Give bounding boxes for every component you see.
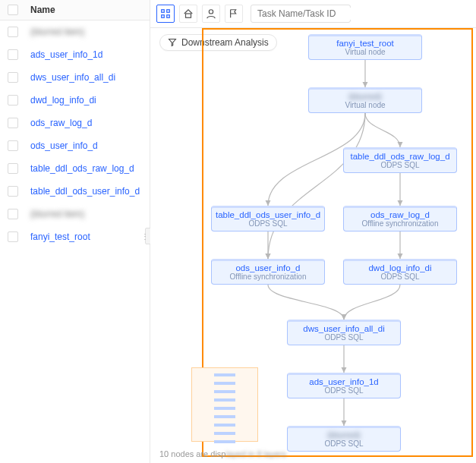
node-title: ods_raw_log_d [344,208,456,219]
search-box[interactable] [251,5,351,23]
row-checkbox[interactable] [8,186,18,197]
row-checkbox[interactable] [8,27,18,37]
dag-node[interactable]: table_ddl_ods_raw_log_dODPS SQL [343,147,457,173]
sidebar-item[interactable]: (blurred item) [0,20,150,43]
grid-view-button[interactable] [156,5,175,23]
task-name: ads_user_info_1d [30,49,102,60]
node-subtitle: ODPS SQL [288,333,400,345]
sidebar-item[interactable]: fanyi_test_root [0,225,150,248]
home-icon [183,8,194,19]
svg-point-5 [209,10,213,14]
node-subtitle: ODPS SQL [344,272,456,284]
task-link[interactable]: fanyi_test_root [30,232,90,242]
dag-node[interactable]: ods_raw_log_dOffline synchronization [343,206,457,232]
node-title: dws_user_info_all_di [288,322,400,333]
task-link[interactable]: (blurred item) [30,209,84,219]
search-input[interactable] [256,8,373,20]
node-subtitle: Virtual node [309,48,421,59]
sidebar: Name (blurred item)ads_user_info_1ddws_u… [0,0,150,463]
task-link[interactable]: dws_user_info_all_di [30,72,115,83]
node-title: (blurred) [288,428,400,439]
row-checkbox[interactable] [8,232,18,242]
sidebar-item[interactable]: dws_user_info_all_di [0,66,150,89]
dag-node[interactable]: (blurred)Virtual node [308,87,422,113]
row-checkbox[interactable] [8,72,18,83]
node-subtitle: ODPS SQL [344,161,456,172]
sidebar-item[interactable]: table_ddl_ods_user_info_d [0,180,150,203]
dag-edge [268,113,365,259]
task-name: table_ddl_ods_raw_log_d [30,163,134,174]
row-checkbox[interactable] [8,209,18,219]
flag-button[interactable] [225,5,243,23]
funnel-icon [168,38,177,47]
node-title: ads_user_info_1d [288,375,400,386]
task-link[interactable]: table_ddl_ods_user_info_d [30,186,140,197]
svg-rect-1 [167,10,170,13]
sidebar-header-title: Name [30,5,55,15]
task-link[interactable]: ods_user_info_d [30,140,98,151]
row-checkbox[interactable] [8,118,18,128]
node-title: table_ddl_ods_user_info_d [212,208,324,219]
dag-node[interactable]: table_ddl_ods_user_info_dODPS SQL [211,206,325,232]
node-subtitle: ODPS SQL [288,439,400,451]
task-name: table_ddl_ods_user_info_d [30,186,140,197]
sidebar-item[interactable]: (blurred item) [0,203,150,225]
svg-rect-2 [162,15,165,18]
svg-rect-0 [162,10,165,13]
user-icon [206,8,216,19]
main: Downstream Analysis fanyi_test_rootVirtu… [150,0,476,463]
node-subtitle: ODPS SQL [288,386,400,398]
svg-rect-3 [167,15,170,18]
row-checkbox[interactable] [8,163,18,174]
node-title: dwd_log_info_di [344,261,456,272]
node-title: (blurred) [309,90,421,101]
row-checkbox[interactable] [8,95,18,106]
minimap[interactable] [159,367,258,442]
task-name: ods_raw_log_d [30,118,92,128]
task-name: dws_user_info_all_di [30,72,115,83]
dag-node[interactable]: ods_user_info_dOffline synchronization [211,259,325,285]
node-subtitle: Offline synchronization [212,272,324,284]
user-button[interactable] [202,5,220,23]
sidebar-item[interactable]: table_ddl_ods_raw_log_d [0,157,150,180]
dag-node[interactable]: (blurred)ODPS SQL [287,426,401,452]
node-title: ods_user_info_d [212,261,324,272]
grid-icon [160,8,171,19]
dag-node[interactable]: dwd_log_info_diODPS SQL [343,259,457,285]
dag-edge [268,285,344,320]
task-link[interactable]: table_ddl_ods_raw_log_d [30,163,134,174]
node-subtitle: Virtual node [309,101,421,112]
dag-node[interactable]: ads_user_info_1dODPS SQL [287,373,401,398]
task-link[interactable]: (blurred item) [30,27,84,37]
dag-edge [344,285,400,320]
row-checkbox[interactable] [8,49,18,60]
toolbar [150,0,476,28]
task-name: fanyi_test_root [30,232,90,242]
flag-icon [229,8,239,19]
task-name: (blurred item) [30,27,84,37]
dag-node[interactable]: fanyi_test_rootVirtual node [308,34,422,60]
home-button[interactable] [179,5,197,23]
sidebar-item[interactable]: ads_user_info_1d [0,43,150,66]
canvas[interactable]: Downstream Analysis fanyi_test_rootVirtu… [150,28,476,463]
node-subtitle: Offline synchronization [344,219,456,231]
task-name: ods_user_info_d [30,140,98,151]
task-link[interactable]: ods_raw_log_d [30,118,92,128]
task-name: (blurred item) [30,209,84,219]
dag-edge [365,113,400,147]
sidebar-header: Name [0,0,150,20]
svg-rect-4 [186,14,191,17]
task-link[interactable]: ads_user_info_1d [30,49,102,60]
sidebar-item[interactable]: ods_user_info_d [0,134,150,157]
sidebar-item[interactable]: ods_raw_log_d [0,112,150,134]
task-link[interactable]: dwd_log_info_di [30,95,96,106]
row-checkbox[interactable] [8,140,18,151]
select-all-checkbox[interactable] [8,5,18,15]
sidebar-item[interactable]: dwd_log_info_di [0,89,150,112]
task-name: dwd_log_info_di [30,95,96,106]
dag-node[interactable]: dws_user_info_all_diODPS SQL [287,320,401,345]
node-title: fanyi_test_root [309,36,421,48]
node-title: table_ddl_ods_raw_log_d [344,150,456,161]
node-subtitle: ODPS SQL [212,219,324,231]
footer-status: 10 nodes are displayed in 8 layers [159,449,286,458]
